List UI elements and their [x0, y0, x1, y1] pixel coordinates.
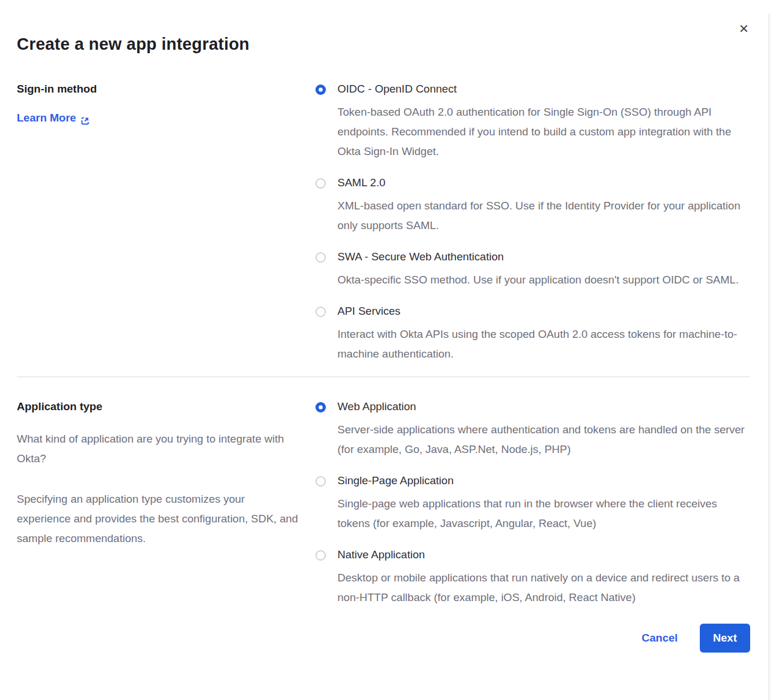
radio-option-description: Server-side applications where authentic… — [337, 420, 750, 459]
application-type-description: What kind of application are you trying … — [17, 429, 300, 469]
learn-more-link[interactable]: Learn More — [17, 109, 90, 127]
signin-method-heading: Sign-in method — [17, 80, 300, 98]
radio-option-single-page-application[interactable]: Single-Page Application Single-page web … — [315, 472, 750, 533]
radio-option-description: Single-page web applications that run in… — [337, 494, 750, 533]
radio-option-description: Okta-specific SSO method. Use if your ap… — [337, 270, 750, 290]
application-type-section: Application type What kind of applicatio… — [17, 398, 750, 607]
dialog-footer: Cancel Next — [17, 624, 750, 679]
radio-option-saml[interactable]: SAML 2.0 XML-based open standard for SSO… — [315, 174, 750, 235]
external-link-icon — [80, 113, 90, 123]
create-app-integration-dialog: Create a new app integration Sign-in met… — [0, 0, 771, 679]
application-type-description: Specifying an application type customize… — [17, 489, 300, 548]
radio-button[interactable] — [315, 307, 326, 317]
radio-option-web-application[interactable]: Web Application Server-side applications… — [315, 398, 750, 459]
radio-button[interactable] — [315, 178, 326, 189]
radio-option-description: Interact with Okta APIs using the scoped… — [337, 325, 750, 364]
radio-option-label[interactable]: SAML 2.0 — [337, 174, 750, 191]
radio-option-oidc[interactable]: OIDC - OpenID Connect Token-based OAuth … — [315, 80, 750, 161]
signin-method-section: Sign-in method Learn More OIDC - OpenID … — [17, 80, 750, 364]
next-button[interactable]: Next — [700, 624, 750, 653]
cancel-button[interactable]: Cancel — [642, 632, 678, 644]
radio-option-label[interactable]: API Services — [337, 303, 750, 320]
radio-option-swa[interactable]: SWA - Secure Web Authentication Okta-spe… — [315, 248, 750, 290]
section-divider — [17, 377, 750, 377]
radio-option-description: Desktop or mobile applications that run … — [337, 568, 750, 607]
radio-option-label[interactable]: Web Application — [337, 398, 750, 415]
radio-button[interactable] — [315, 476, 326, 487]
learn-more-label: Learn More — [17, 109, 76, 127]
application-type-heading: Application type — [17, 398, 300, 415]
radio-option-api-services[interactable]: API Services Interact with Okta APIs usi… — [315, 303, 750, 364]
radio-option-description: XML-based open standard for SSO. Use if … — [337, 196, 750, 235]
page-title: Create a new app integration — [17, 35, 750, 54]
scrollbar-track[interactable] — [768, 14, 771, 700]
radio-button[interactable] — [315, 252, 326, 263]
close-icon[interactable]: ✕ — [736, 21, 751, 36]
radio-option-label[interactable]: OIDC - OpenID Connect — [337, 80, 750, 98]
radio-button[interactable] — [315, 402, 326, 412]
radio-button[interactable] — [315, 550, 326, 561]
radio-option-label[interactable]: SWA - Secure Web Authentication — [337, 248, 750, 266]
radio-option-native-application[interactable]: Native Application Desktop or mobile app… — [315, 546, 750, 607]
radio-option-label[interactable]: Single-Page Application — [337, 472, 750, 489]
radio-button[interactable] — [315, 84, 326, 95]
radio-option-label[interactable]: Native Application — [337, 546, 750, 563]
radio-option-description: Token-based OAuth 2.0 authentication for… — [337, 102, 750, 161]
